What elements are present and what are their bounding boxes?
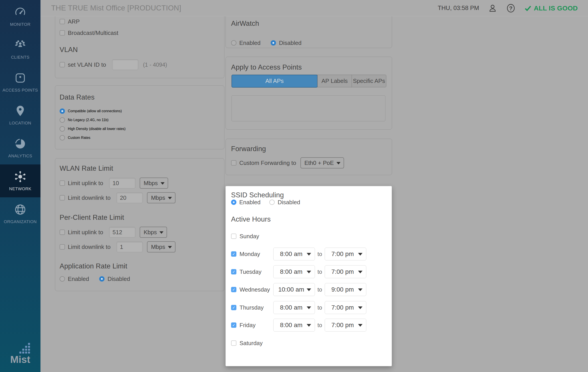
data-rates-custom-rates-radio[interactable]: Custom Rates: [60, 134, 126, 141]
wlan-downlink-unit-select[interactable]: Mbps: [147, 192, 176, 203]
sidebar-item-label: ORGANIZATION: [4, 219, 37, 224]
application-rate-limit-enabled-radio[interactable]: Enabled: [60, 276, 89, 282]
sidebar-item-organization[interactable]: ORGANIZATION: [0, 197, 41, 230]
monday-end-time-select[interactable]: 7:00 pm: [325, 248, 366, 261]
status-indicator[interactable]: ALL IS GOOD: [525, 4, 578, 12]
wednesday-end-time-select[interactable]: 9:00 pm: [325, 283, 366, 296]
client-downlink-unit-select[interactable]: Mbps: [147, 241, 176, 252]
radio-label: Disabled: [107, 276, 130, 282]
wlan-uplink-unit-select[interactable]: Mbps: [140, 178, 168, 189]
sidebar-item-monitor[interactable]: MONITOR: [0, 0, 41, 33]
broadcast-multicast-row[interactable]: Broadcast/Multicast: [60, 27, 118, 39]
custom-forwarding-row: Custom Forwarding to Eth0 + PoE: [231, 157, 344, 169]
thursday-end-time-select[interactable]: 7:00 pm: [325, 301, 366, 314]
day-label-tuesday[interactable]: ✓Tuesday: [231, 268, 273, 275]
sidebar-item-network[interactable]: NETWORK: [0, 164, 41, 197]
tuesday-start-time-select[interactable]: 8:00 am: [273, 265, 315, 278]
radio-icon[interactable]: [269, 200, 275, 205]
set-vlan-checkbox[interactable]: [60, 62, 65, 67]
client-downlink-checkbox[interactable]: [60, 244, 65, 250]
custom-forwarding-checkbox[interactable]: [231, 160, 236, 166]
tuesday-checkbox[interactable]: ✓: [231, 269, 236, 274]
sidebar-item-location[interactable]: LOCATION: [0, 99, 41, 131]
ap-selection-box[interactable]: [231, 95, 385, 121]
client-uplink-unit-select[interactable]: Kbps: [140, 227, 167, 238]
vlan-id-input[interactable]: [112, 59, 138, 70]
day-label-saturday[interactable]: Saturday: [231, 340, 273, 347]
day-label-thursday[interactable]: ✓Thursday: [231, 304, 273, 311]
friday-checkbox[interactable]: ✓: [231, 322, 236, 328]
wlan-uplink-checkbox[interactable]: [60, 181, 65, 186]
per-client-rate-limit-heading: Per-Client Rate Limit: [60, 212, 124, 223]
client-uplink-input[interactable]: 512: [109, 227, 136, 238]
monday-start-time-select[interactable]: 8:00 am: [273, 248, 315, 261]
day-row-thursday: ✓Thursday8:00 amto7:00 pm: [231, 301, 366, 314]
top-bar: THE TRUE Mist Office [PRODUCTION] THU, 0…: [41, 0, 588, 16]
ssid-scheduling-disabled-radio[interactable]: Disabled: [269, 199, 300, 206]
airwatch-enabled-radio[interactable]: Enabled: [231, 40, 260, 46]
help-icon[interactable]: ?: [506, 4, 515, 13]
day-label-monday[interactable]: ✓Monday: [231, 251, 273, 258]
radio-icon[interactable]: [99, 276, 105, 282]
friday-start-time-select[interactable]: 8:00 am: [273, 319, 315, 332]
tuesday-end-time-select[interactable]: 7:00 pm: [325, 265, 366, 278]
broadcast-multicast-checkbox[interactable]: [60, 30, 65, 36]
wednesday-checkbox[interactable]: ✓: [231, 287, 236, 292]
ap-target-tabs: All APsAP LabelsSpecific APs: [231, 75, 386, 87]
saturday-checkbox[interactable]: [231, 341, 236, 346]
wlan-downlink-row: Limit downlink to 20 Mbps: [60, 192, 176, 203]
arp-checkbox[interactable]: [60, 19, 65, 24]
wlan-downlink-input[interactable]: 20: [116, 192, 143, 203]
client-uplink-label: Limit uplink to: [68, 229, 103, 236]
radio-label: No Legacy (2.4G, no 11b): [68, 118, 108, 122]
sidebar-item-clients[interactable]: CLIENTS: [0, 33, 41, 66]
day-label-sunday[interactable]: Sunday: [231, 233, 273, 240]
gauge-icon: [14, 6, 26, 19]
tab-all-aps[interactable]: All APs: [231, 75, 318, 88]
day-name: Friday: [240, 322, 255, 329]
sunday-checkbox[interactable]: [231, 233, 236, 239]
radio-icon[interactable]: [271, 40, 276, 46]
client-downlink-input[interactable]: 1: [116, 241, 143, 252]
arp-row[interactable]: ARP: [60, 16, 80, 27]
airwatch-disabled-radio[interactable]: Disabled: [271, 40, 301, 46]
data-rates-compatible-allow-all-connections--radio[interactable]: Compatible (allow all connections): [60, 108, 126, 114]
data-rates-high-density-disable-all-lower-rates--radio[interactable]: High Density (disable all lower rates): [60, 126, 126, 132]
thursday-checkbox[interactable]: ✓: [231, 305, 236, 310]
ssid-scheduling-panel: SSID Scheduling EnabledDisabled Active H…: [225, 186, 392, 366]
wednesday-start-time-select[interactable]: 10:00 am: [273, 283, 315, 296]
radio-icon[interactable]: [60, 109, 65, 114]
application-rate-limit-disabled-radio[interactable]: Disabled: [99, 276, 130, 282]
radio-icon[interactable]: [231, 40, 236, 46]
radio-label: Disabled: [279, 40, 301, 46]
data-rates-heading: Data Rates: [60, 92, 94, 103]
radio-icon[interactable]: [60, 126, 65, 131]
friday-end-time-select[interactable]: 7:00 pm: [325, 319, 366, 332]
arp-label: ARP: [68, 18, 80, 25]
forwarding-destination-select[interactable]: Eth0 + PoE: [300, 157, 344, 169]
wlan-uplink-input[interactable]: 10: [109, 178, 136, 189]
radio-label: Custom Rates: [68, 136, 90, 140]
radio-icon[interactable]: [60, 117, 65, 123]
sidebar-item-access-points[interactable]: ACCESS POINTS: [0, 66, 41, 99]
client-uplink-checkbox[interactable]: [60, 230, 65, 235]
pie-chart-icon: [14, 138, 26, 151]
radio-icon[interactable]: [60, 135, 65, 141]
radio-icon[interactable]: [60, 276, 65, 282]
radio-label: Enabled: [68, 276, 89, 282]
data-rates-no-legacy-2-4g-no-11b--radio[interactable]: No Legacy (2.4G, no 11b): [60, 117, 126, 123]
forwarding-heading: Forwarding: [231, 143, 266, 154]
user-account-icon[interactable]: [488, 4, 497, 13]
tab-ap-labels[interactable]: AP Labels: [317, 75, 352, 87]
day-label-wednesday[interactable]: ✓Wednesday: [231, 286, 273, 293]
wlan-downlink-checkbox[interactable]: [60, 195, 65, 201]
thursday-start-time-select[interactable]: 8:00 am: [273, 301, 315, 314]
sidebar-item-analytics[interactable]: ANALYTICS: [0, 131, 41, 164]
monday-checkbox[interactable]: ✓: [231, 251, 236, 257]
day-name: Monday: [240, 251, 260, 258]
radio-icon[interactable]: [231, 200, 236, 205]
day-label-friday[interactable]: ✓Friday: [231, 322, 273, 329]
ssid-scheduling-enabled-radio[interactable]: Enabled: [231, 199, 260, 206]
tab-specific-aps[interactable]: Specific APs: [352, 75, 386, 87]
day-row-tuesday: ✓Tuesday8:00 amto7:00 pm: [231, 265, 366, 278]
